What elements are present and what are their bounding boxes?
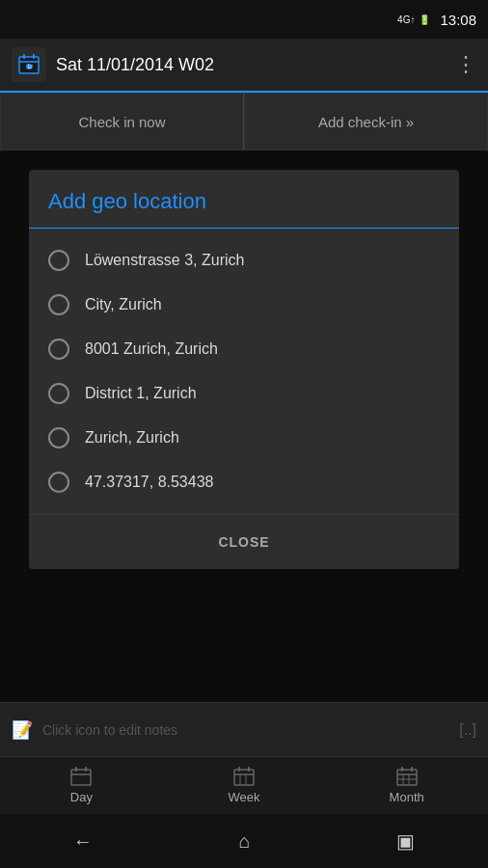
- nav-day[interactable]: Day: [0, 767, 163, 804]
- radio-circle-1: [48, 250, 69, 271]
- action-row: Check in now Add check-in »: [0, 93, 488, 150]
- status-bar: 4G↑ 🔋 13:08: [0, 0, 488, 39]
- back-button[interactable]: ←: [73, 830, 93, 853]
- month-calendar-icon: [396, 767, 418, 786]
- status-time: 13:08: [440, 12, 476, 28]
- geo-location-dialog: Add geo location Löwenstrasse 3, Zurich …: [29, 170, 459, 569]
- option-5[interactable]: Zurich, Zurich: [29, 416, 459, 460]
- svg-rect-13: [248, 767, 250, 772]
- system-nav: ← ⌂ ▣: [0, 814, 488, 868]
- page-wrapper: 4G↑ 🔋 13:08 12 Sat 11/01/2014 W02 ⋮ Chec…: [0, 0, 488, 868]
- bracket-icon: [..]: [459, 721, 476, 739]
- svg-rect-2: [23, 54, 25, 59]
- nav-month[interactable]: Month: [325, 767, 488, 804]
- nav-month-label: Month: [390, 790, 424, 804]
- notes-icon[interactable]: 📝: [12, 719, 33, 741]
- svg-rect-19: [411, 767, 413, 772]
- radio-circle-3: [48, 339, 69, 360]
- app-icon: 12: [12, 47, 46, 82]
- battery-icon: 🔋: [419, 14, 430, 25]
- nav-day-label: Day: [70, 790, 93, 804]
- close-button[interactable]: CLOSE: [199, 529, 288, 556]
- option-1[interactable]: Löwenstrasse 3, Zurich: [29, 238, 459, 283]
- option-label-3: 8001 Zurich, Zurich: [85, 340, 218, 358]
- nav-week-label: Week: [229, 790, 260, 804]
- nav-week[interactable]: Week: [163, 767, 326, 804]
- title-bar: 12 Sat 11/01/2014 W02 ⋮: [0, 39, 488, 93]
- radio-circle-2: [48, 294, 69, 315]
- svg-rect-12: [238, 767, 240, 772]
- option-4[interactable]: District 1, Zurich: [29, 371, 459, 416]
- check-in-now-button[interactable]: Check in now: [0, 93, 244, 150]
- option-label-5: Zurich, Zurich: [85, 429, 179, 447]
- radio-circle-6: [48, 472, 69, 493]
- signal-icon: 4G↑: [397, 14, 415, 25]
- page-title: Sat 11/01/2014 W02: [56, 55, 455, 75]
- option-3[interactable]: 8001 Zurich, Zurich: [29, 327, 459, 371]
- option-2[interactable]: City, Zurich: [29, 283, 459, 327]
- svg-rect-8: [75, 767, 77, 772]
- recent-button[interactable]: ▣: [396, 829, 415, 853]
- svg-rect-9: [85, 767, 87, 772]
- option-label-2: City, Zurich: [85, 296, 162, 313]
- svg-rect-3: [33, 54, 35, 59]
- radio-circle-5: [48, 427, 69, 448]
- svg-rect-6: [71, 770, 91, 785]
- svg-rect-10: [234, 770, 254, 785]
- status-icons: 4G↑ 🔋: [397, 14, 430, 25]
- notes-placeholder: Click icon to edit notes: [42, 722, 449, 738]
- add-check-in-button[interactable]: Add check-in »: [244, 93, 488, 150]
- svg-text:12: 12: [28, 64, 34, 69]
- option-6[interactable]: 47.37317, 8.53438: [29, 460, 459, 504]
- menu-icon[interactable]: ⋮: [455, 52, 476, 77]
- option-label-1: Löwenstrasse 3, Zurich: [85, 252, 244, 269]
- week-calendar-icon: [233, 767, 255, 786]
- option-label-6: 47.37317, 8.53438: [85, 474, 213, 491]
- content-area: Add geo location Löwenstrasse 3, Zurich …: [0, 150, 488, 702]
- option-label-4: District 1, Zurich: [85, 385, 197, 402]
- dialog-title: Add geo location: [29, 170, 459, 229]
- radio-circle-4: [48, 383, 69, 404]
- svg-rect-16: [397, 770, 417, 785]
- dialog-footer: CLOSE: [29, 515, 459, 569]
- bottom-nav: Day Week Month: [0, 756, 488, 814]
- svg-rect-18: [401, 767, 403, 772]
- notes-bar: 📝 Click icon to edit notes [..]: [0, 702, 488, 756]
- day-calendar-icon: [70, 767, 92, 786]
- dialog-options: Löwenstrasse 3, Zurich City, Zurich 8001…: [29, 229, 459, 514]
- home-button[interactable]: ⌂: [238, 830, 250, 853]
